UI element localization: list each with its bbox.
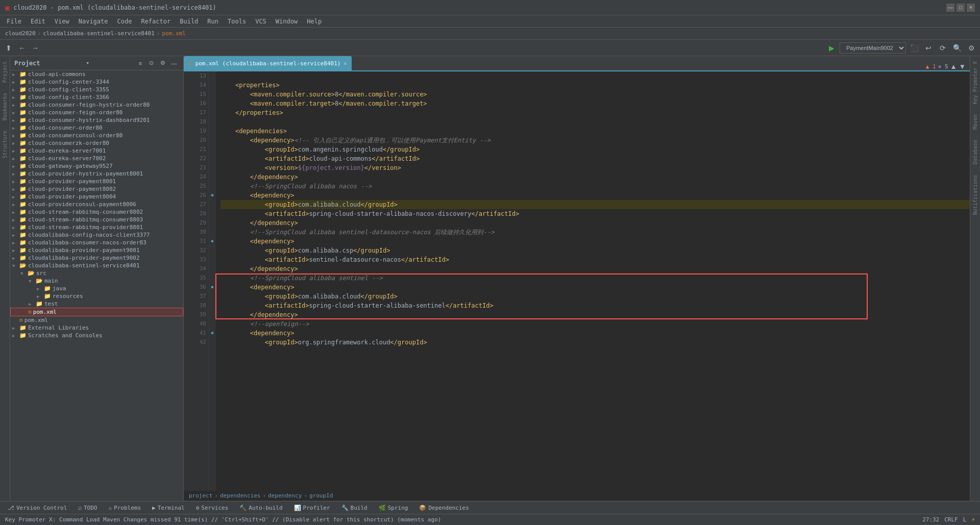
breadcrumb-project[interactable]: cloud2020 [5, 30, 36, 37]
tree-item[interactable]: ▶ 📁 External Libraries [10, 324, 183, 332]
breadcrumb-bottom-groupid[interactable]: groupId [309, 492, 333, 499]
tab-dependencies[interactable]: 📦 Dependencies [414, 504, 474, 512]
scroll-up-button[interactable]: ▲ [950, 63, 957, 70]
tree-item[interactable]: ▶ 📁 cloud-provider-payment8001 [10, 178, 183, 185]
toolbar-back-button[interactable]: ⬆ [3, 42, 15, 54]
toolbar-forward-button[interactable]: → [29, 42, 41, 54]
debug-button[interactable]: ⬛ [908, 42, 920, 54]
panel-dropdown[interactable]: ▾ [86, 60, 89, 66]
tree-item[interactable]: ▶ 📁 java [10, 285, 183, 292]
tab-profiler[interactable]: 📊 Profiler [289, 504, 335, 512]
menu-build[interactable]: Build [176, 17, 202, 26]
menu-view[interactable]: View [51, 17, 74, 26]
encoding[interactable]: L [963, 516, 967, 523]
tree-item[interactable]: ▶ 📁 cloudalibaba-config-nacos-client3377 [10, 231, 183, 239]
menu-navigate[interactable]: Navigate [75, 17, 112, 26]
tree-item[interactable]: ▶ 📁 cloud-config-client-3366 [10, 93, 183, 101]
tree-item[interactable]: ▶ 📁 cloud-consumer-feign-order80 [10, 109, 183, 116]
tab-terminal[interactable]: ▶ Terminal [147, 504, 190, 512]
maximize-button[interactable]: □ [957, 4, 965, 12]
tab-version-control[interactable]: ⎇ Version Control [3, 504, 72, 512]
run-config-selector[interactable]: PaymentMain9002 [840, 42, 906, 54]
tree-item[interactable]: ▶ 📁 cloud-provider-hystrix-payment8001 [10, 170, 183, 178]
tree-item[interactable]: ▼ 📂 main [10, 277, 183, 285]
tree-item[interactable]: ▶ 📁 resources [10, 292, 183, 300]
menu-refactor[interactable]: Refactor [137, 17, 175, 26]
tab-todo[interactable]: ☑ TODO [73, 504, 102, 512]
menu-edit[interactable]: Edit [27, 17, 50, 26]
tree-item[interactable]: ▶ 📁 cloud-config-client-3355 [10, 86, 183, 93]
search-button[interactable]: 🔍 [951, 42, 963, 54]
app-icon: ▣ [5, 4, 9, 12]
tree-item[interactable]: ▶ 📁 cloud-gateway-gateway9527 [10, 162, 183, 170]
tree-item[interactable]: ▶ 📁 cloud-consumer-feign-hystrix-order80 [10, 101, 183, 109]
tree-item[interactable]: ▶ 📁 cloud-eureka-server7001 [10, 147, 183, 155]
tab-spring[interactable]: 🌿 Spring [374, 504, 413, 512]
tree-item[interactable]: ▶ 📁 cloud-providerconsul-payment8006 [10, 201, 183, 208]
tree-item[interactable]: m pom.xml [10, 316, 183, 324]
breadcrumb-file[interactable]: pom.xml [162, 30, 185, 37]
settings-button[interactable]: ⚙ [965, 42, 977, 54]
tab-auto-build[interactable]: 🔨 Auto-build [234, 504, 287, 512]
tree-item[interactable]: ▶ 📁 cloud-stream-rabbitmq-consumer8802 [10, 208, 183, 216]
key-promoter-icon[interactable]: Key Promoter X [972, 61, 978, 104]
panel-close[interactable]: — [169, 58, 179, 68]
tree-item[interactable]: ▼ 📂 cloudalibaba-sentinel-service8401 [10, 262, 183, 269]
tree-item[interactable]: ▶ 📁 test [10, 300, 183, 308]
panel-locate[interactable]: ⊙ [146, 58, 157, 68]
menu-help[interactable]: Help [303, 17, 326, 26]
minimize-button[interactable]: — [946, 4, 954, 12]
breadcrumb-module[interactable]: cloudalibaba-sentinel-service8401 [43, 30, 155, 37]
database-icon[interactable]: Database [972, 140, 978, 164]
breadcrumb-bottom-project[interactable]: project [189, 492, 212, 499]
tree-item[interactable]: ▶ 📁 cloudalibaba-provider-payment9001 [10, 246, 183, 254]
gutter-marker [209, 182, 215, 191]
structure-icon[interactable]: Structure [2, 131, 8, 158]
tree-item[interactable]: ▶ 📁 cloud-config-center-3344 [10, 78, 183, 86]
maven-icon[interactable]: Maven [972, 114, 978, 130]
breadcrumb-bottom-dep[interactable]: dependency [268, 492, 302, 499]
bookmarks-icon[interactable]: Bookmarks [2, 93, 8, 120]
notifications-icon[interactable]: Notifications [972, 175, 978, 215]
menu-tools[interactable]: Tools [224, 17, 250, 26]
profile-button[interactable]: ⟳ [937, 42, 949, 54]
toolbar-nav-button[interactable]: ← [16, 42, 28, 54]
tab-problems[interactable]: ⚠ Problems [103, 504, 146, 512]
close-button[interactable]: × [967, 4, 975, 12]
cursor-position[interactable]: 27:32 [922, 516, 939, 523]
tab-close-button[interactable]: × [344, 61, 347, 66]
project-sidebar-icon[interactable]: Project [2, 61, 8, 83]
tab-services[interactable]: ⚙ Services [191, 504, 234, 512]
tree-item[interactable]: ▶ 📁 cloud-stream-rabbitmq-consumer8803 [10, 216, 183, 223]
code-content[interactable]: <properties> <maven.compiler.source>8</m… [215, 71, 970, 491]
tree-item[interactable]: ▶ 📁 cloud-api-commons [10, 70, 183, 78]
tree-item[interactable]: ▶ 📁 cloud-consumerzk-order80 [10, 139, 183, 147]
tree-item[interactable]: m pom.xml [10, 308, 183, 316]
menu-code[interactable]: Code [113, 17, 136, 26]
run-button[interactable]: ▶ [825, 42, 838, 54]
line-ending[interactable]: CRLF [944, 516, 958, 523]
tree-item[interactable]: ▶ 📁 cloud-consumerconsul-order80 [10, 132, 183, 139]
tab-build[interactable]: 🔧 Build [336, 504, 373, 512]
breadcrumb-bottom-deps[interactable]: dependencies [220, 492, 260, 499]
panel-settings[interactable]: ⚙ [158, 58, 168, 68]
tree-item[interactable]: ▶ 📁 cloud-consumer-order80 [10, 124, 183, 132]
tree-item[interactable]: ▶ 📁 cloud-stream-rabbitmq-provider8801 [10, 223, 183, 231]
tree-item[interactable]: ▶ 📁 cloud-provider-payment8002 [10, 185, 183, 193]
tree-item[interactable]: ▶ 📁 cloud-consumer-hystrix-dashboard9201 [10, 116, 183, 124]
editor-tab-pom[interactable]: m pom.xml (cloudalibaba-sentinel-service… [184, 56, 352, 70]
tree-item[interactable]: ▶ 📁 cloudalibaba-provider-payment9002 [10, 254, 183, 262]
tree-item[interactable]: ▶ 📁 Scratches and Consoles [10, 332, 183, 339]
menu-file[interactable]: File [3, 17, 26, 26]
tree-item[interactable]: ▼ 📂 src [10, 269, 183, 277]
menu-run[interactable]: Run [203, 17, 223, 26]
panel-collapse-all[interactable]: ≡ [135, 58, 145, 68]
coverage-button[interactable]: ↩ [922, 42, 935, 54]
tree-item[interactable]: ▶ 📁 cloudalibaba-consumer-nacos-order83 [10, 239, 183, 246]
tree-item[interactable]: ▶ 📁 cloud-eureka-server7002 [10, 155, 183, 162]
scroll-down-button[interactable]: ▼ [959, 63, 966, 70]
tree-item[interactable]: ▶ 📁 cloud-provider-payment8004 [10, 193, 183, 201]
menu-vcs[interactable]: VCS [251, 17, 271, 26]
menu-window[interactable]: Window [272, 17, 302, 26]
code-token: </artifactId> [446, 301, 494, 310]
